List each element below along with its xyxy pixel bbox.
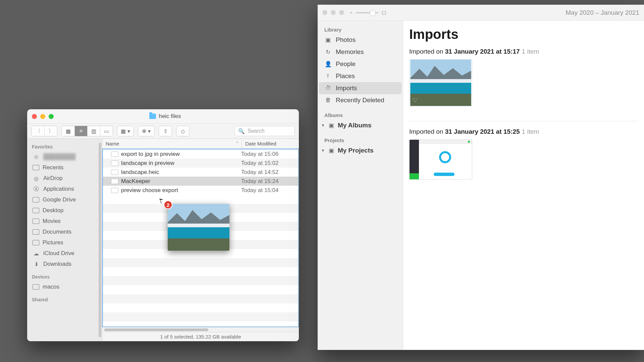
sidebar-item-people[interactable]: 👤People — [319, 58, 401, 70]
imports-icon: ⏱ — [324, 84, 332, 92]
search-icon: 🔍 — [238, 128, 245, 134]
import-thumbnail[interactable]: ♡ — [409, 59, 472, 106]
close-icon[interactable] — [322, 10, 327, 15]
import-thumbnail[interactable] — [409, 139, 472, 180]
icon-view-button[interactable]: ▦ — [62, 126, 74, 136]
sidebar-item-desktop[interactable]: Desktop — [31, 205, 100, 216]
sidebar-item-airdrop[interactable]: ◎AirDrop — [31, 173, 100, 184]
photos-window: ▫ ◻ May 2020 – January 2021 Library ▣Pho… — [318, 5, 644, 350]
airdrop-icon: ◎ — [33, 175, 40, 181]
large-size-icon[interactable]: ◻ — [382, 9, 386, 16]
maximize-icon[interactable] — [49, 114, 54, 119]
file-row[interactable]: MacKeeperToday at 15:24 — [103, 177, 298, 186]
sidebar-item-google-drive[interactable]: Google Drive — [31, 194, 100, 205]
places-icon: ⫯ — [324, 72, 332, 80]
album-icon: ▣ — [328, 122, 335, 129]
forward-button[interactable]: 〉 — [44, 126, 57, 136]
finder-toolbar: 〈 〉 ▦ ≡ ▥ ▭ ▦ ▾ ✻ ▾ ⇪ ◇ 🔍 Search — [27, 123, 299, 139]
sidebar-item-my-albums[interactable]: ▼ ▣ My Albums — [319, 119, 401, 131]
file-row[interactable]: preview choose exportToday at 15:04 — [103, 186, 298, 195]
finder-sidebar: Favorites ●████████ Recents ◎AirDrop ⒶAp… — [27, 139, 102, 341]
sidebar-header-shared: Shared — [32, 297, 99, 302]
sidebar-item-applications[interactable]: ⒶApplications — [31, 184, 100, 194]
memories-icon: ↻ — [324, 48, 332, 56]
sidebar-item-device-macos[interactable]: macos — [31, 282, 100, 292]
sidebar-item-movies[interactable]: Movies — [31, 216, 100, 227]
disclosure-triangle-icon[interactable]: ▼ — [321, 148, 325, 153]
landscape-thumbnail-icon — [168, 204, 229, 251]
column-headers: Name ˄ Date Modified — [102, 139, 299, 149]
sort-caret-icon: ˄ — [236, 141, 238, 146]
horizontal-scrollbar[interactable] — [102, 327, 299, 332]
sidebar-scrollbar[interactable] — [99, 143, 101, 337]
sidebar-item-recently-deleted[interactable]: 🗑Recently Deleted — [319, 94, 401, 106]
arrange-menu[interactable]: ▦ ▾ — [117, 126, 134, 136]
folder-icon — [149, 114, 156, 119]
file-icon — [111, 188, 118, 193]
trash-icon: 🗑 — [324, 97, 332, 104]
file-row[interactable]: landscape.heicToday at 14:52 — [103, 168, 298, 177]
finder-titlebar[interactable]: heic files — [27, 109, 299, 123]
date-range: May 2020 – January 2021 — [566, 9, 639, 16]
list-view-button[interactable]: ≡ — [74, 126, 87, 136]
sidebar-item-recents[interactable]: Recents — [31, 162, 100, 173]
back-button[interactable]: 〈 — [32, 126, 44, 136]
sidebar-item-my-projects[interactable]: ▼ ▣ My Projects — [319, 144, 401, 157]
action-menu[interactable]: ✻ ▾ — [138, 126, 155, 136]
downloads-icon: ⬇ — [33, 261, 40, 267]
sidebar-header-favorites: Favorites — [32, 144, 99, 149]
column-view-button[interactable]: ▥ — [87, 126, 100, 136]
maximize-icon[interactable] — [339, 10, 344, 15]
minimize-icon[interactable] — [40, 114, 45, 119]
cloud-icon: ☁ — [33, 250, 40, 256]
column-date[interactable]: Date Modified — [242, 139, 299, 148]
people-icon: 👤 — [324, 60, 332, 68]
import-group-header: Imported on 31 January 2021 at 15:171 it… — [409, 48, 638, 55]
file-icon — [111, 179, 118, 184]
share-button[interactable]: ⇪ — [159, 126, 172, 136]
search-placeholder: Search — [248, 128, 265, 134]
window-title: heic files — [56, 113, 274, 120]
photos-main[interactable]: Imports Imported on 31 January 2021 at 1… — [403, 21, 644, 350]
drag-preview — [168, 204, 229, 251]
svg-rect-3 — [168, 227, 229, 240]
traffic-lights — [32, 114, 54, 119]
column-name[interactable]: Name ˄ — [102, 139, 242, 148]
project-icon: ▣ — [328, 147, 335, 154]
photos-icon: ▣ — [324, 36, 332, 44]
photos-titlebar[interactable]: ▫ ◻ May 2020 – January 2021 — [318, 5, 644, 21]
file-row[interactable]: export to jpg in previewToday at 15:06 — [103, 149, 298, 159]
sidebar-header-projects: Projects — [319, 136, 401, 144]
sidebar-header-library: Library — [319, 25, 401, 34]
close-icon[interactable] — [32, 114, 37, 119]
sidebar-item-photos[interactable]: ▣Photos — [319, 34, 401, 46]
small-size-icon[interactable]: ▫ — [350, 10, 352, 16]
separator — [409, 121, 638, 121]
sidebar-item-documents[interactable]: Documents — [31, 227, 100, 237]
status-bar: 1 of 5 selected, 135.22 GB available — [102, 332, 299, 341]
tags-button[interactable]: ◇ — [176, 126, 190, 136]
search-input[interactable]: 🔍 Search — [234, 126, 295, 136]
sidebar-item-downloads[interactable]: ⬇Downloads — [31, 259, 100, 269]
window-title-text: heic files — [159, 113, 181, 120]
svg-rect-9 — [410, 94, 471, 106]
sidebar-item-icloud-drive[interactable]: ☁iCloud Drive — [31, 248, 100, 259]
view-switcher: ▦ ≡ ▥ ▭ — [61, 126, 113, 136]
file-row[interactable]: landscape in previewToday at 15:02 — [103, 159, 298, 168]
photos-sidebar: Library ▣Photos ↻Memories 👤People ⫯Place… — [318, 21, 403, 350]
landscape-thumbnail-icon — [410, 60, 472, 106]
traffic-lights — [322, 10, 344, 15]
sidebar-item-imports[interactable]: ⏱Imports — [319, 82, 401, 94]
applications-icon: Ⓐ — [33, 186, 40, 192]
minimize-icon[interactable] — [331, 10, 336, 15]
sidebar-item-pictures[interactable]: Pictures — [31, 237, 100, 248]
gallery-view-button[interactable]: ▭ — [100, 126, 113, 136]
file-icon — [111, 161, 118, 166]
sidebar-item-memories[interactable]: ↻Memories — [319, 46, 401, 58]
sidebar-item-blurred[interactable]: ●████████ — [31, 152, 100, 162]
size-slider[interactable] — [356, 12, 378, 13]
sidebar-item-places[interactable]: ⫯Places — [319, 70, 401, 82]
sidebar-header-devices: Devices — [32, 274, 99, 280]
favorite-heart-icon[interactable]: ♡ — [412, 97, 418, 104]
disclosure-triangle-icon[interactable]: ▼ — [321, 123, 325, 128]
